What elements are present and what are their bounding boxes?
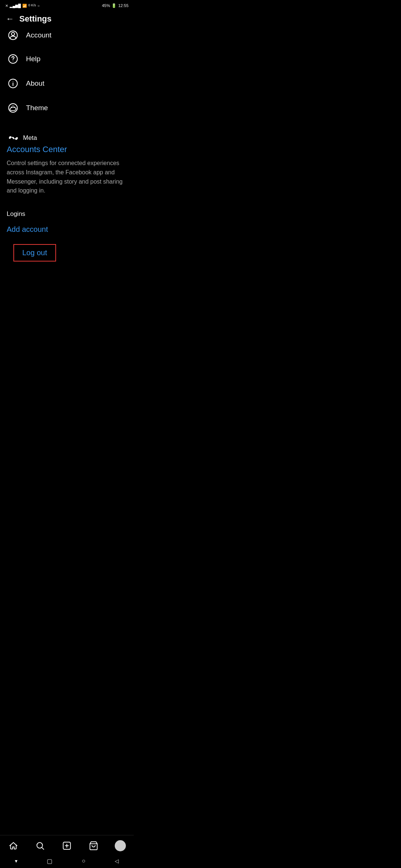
menu-item-account[interactable]: Account xyxy=(0,29,134,47)
circle-status-icon: ○ xyxy=(38,4,40,8)
meta-section: Meta Accounts Center Control settings fo… xyxy=(0,128,134,199)
logins-section: Logins Add account Log out xyxy=(0,199,134,262)
time-display: 12:55 xyxy=(118,3,128,8)
svg-point-1 xyxy=(12,32,14,35)
theme-label: Theme xyxy=(26,104,48,112)
wifi-icon: 📶 xyxy=(22,4,27,8)
status-bar: ✕ ▂▄▆█ 📶 0 K/s ○ 45% 🔋 12:55 xyxy=(0,0,134,10)
divider-1 xyxy=(0,120,134,128)
info-icon xyxy=(7,77,19,90)
back-button[interactable]: ← xyxy=(6,15,14,23)
menu-item-help[interactable]: Help xyxy=(0,47,134,71)
logins-label: Logins xyxy=(7,210,127,218)
account-svg xyxy=(8,30,18,40)
battery-icon: 🔋 xyxy=(111,3,117,8)
battery-text: 45% xyxy=(102,3,110,8)
add-account-link[interactable]: Add account xyxy=(7,225,127,234)
accounts-center-link[interactable]: Accounts Center xyxy=(7,145,127,154)
help-icon xyxy=(7,53,19,65)
account-label: Account xyxy=(26,31,52,39)
about-label: About xyxy=(26,79,45,88)
svg-point-9 xyxy=(13,105,14,106)
svg-point-6 xyxy=(13,81,13,82)
help-label: Help xyxy=(26,55,40,63)
info-svg xyxy=(8,78,18,89)
meta-text: Meta xyxy=(23,134,37,142)
network-speed: 0 K/s xyxy=(28,4,36,7)
settings-menu: Account Help About xyxy=(0,29,134,120)
signal-bars: ▂▄▆█ xyxy=(10,4,21,8)
no-signal-icon: ✕ xyxy=(5,4,8,8)
theme-svg xyxy=(8,103,18,113)
content-area: Account Help About xyxy=(0,29,134,302)
meta-logo-row: Meta xyxy=(7,134,127,142)
account-circle-icon xyxy=(7,29,19,42)
help-svg xyxy=(8,54,18,64)
svg-point-3 xyxy=(13,60,13,61)
theme-icon xyxy=(7,102,19,114)
menu-item-theme[interactable]: Theme xyxy=(0,96,134,120)
meta-logo-svg xyxy=(7,134,20,142)
logout-button[interactable]: Log out xyxy=(13,244,56,262)
status-right: 45% 🔋 12:55 xyxy=(102,3,128,8)
settings-header: ← Settings xyxy=(0,10,134,29)
accounts-center-description: Control settings for connected experienc… xyxy=(7,159,127,195)
page-title: Settings xyxy=(19,14,52,24)
status-left: ✕ ▂▄▆█ 📶 0 K/s ○ xyxy=(5,4,40,8)
menu-item-about[interactable]: About xyxy=(0,71,134,96)
